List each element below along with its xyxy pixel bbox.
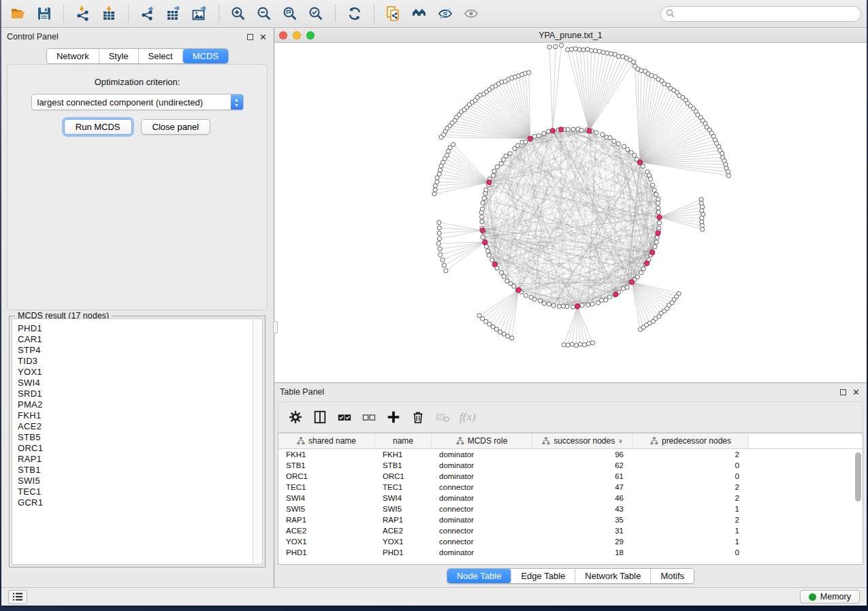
table-row[interactable]: TEC1TEC1connector472 xyxy=(278,482,863,493)
mcds-result-item[interactable]: SWI5 xyxy=(18,476,253,486)
float-table-panel-icon[interactable] xyxy=(840,389,846,395)
column-header-name[interactable]: name xyxy=(375,433,432,448)
column-header-successor-nodes[interactable]: successor nodes∨ xyxy=(532,433,633,448)
tab-style[interactable]: Style xyxy=(99,49,139,63)
table-scrollbar[interactable] xyxy=(853,450,861,563)
deselect-all-icon[interactable] xyxy=(361,410,376,425)
column-namespace-icon xyxy=(542,437,550,445)
table-row[interactable]: SWI4SWI4dominator462 xyxy=(278,493,863,503)
table-row[interactable]: YOX1YOX1connector291 xyxy=(278,536,863,547)
table-cell: 61 xyxy=(532,471,633,482)
open-session-button[interactable] xyxy=(7,3,30,24)
mcds-result-item[interactable]: SWI4 xyxy=(18,378,253,389)
export-table-button[interactable] xyxy=(162,3,185,24)
mcds-result-item[interactable]: STB5 xyxy=(18,432,253,443)
zoom-fit-button[interactable] xyxy=(278,3,302,24)
mcds-result-item[interactable]: PMA2 xyxy=(18,399,253,410)
mcds-result-item[interactable]: GCR1 xyxy=(18,497,253,508)
table-row[interactable]: STB1STB1dominator620 xyxy=(278,460,863,471)
zoom-selected-icon xyxy=(308,5,324,22)
memory-button[interactable]: Memory xyxy=(800,590,860,604)
mcds-result-item[interactable]: TID3 xyxy=(18,356,253,367)
save-session-button[interactable] xyxy=(33,3,56,24)
table-row[interactable]: ACE2ACE2connector311 xyxy=(278,525,863,536)
table-cell: 43 xyxy=(532,503,633,514)
toolbar-separator xyxy=(63,5,64,22)
table-panel-title: Table Panel xyxy=(280,387,324,397)
tab-network-table[interactable]: Network Table xyxy=(575,569,651,583)
mcds-result-item[interactable]: ORC1 xyxy=(18,443,253,454)
show-all-button[interactable] xyxy=(460,3,483,24)
column-namespace-icon xyxy=(297,437,305,445)
select-all-icon[interactable] xyxy=(337,410,352,425)
mcds-result-item[interactable]: CAR1 xyxy=(18,334,253,345)
mcds-result-item[interactable]: PHD1 xyxy=(18,323,253,334)
import-table-button[interactable] xyxy=(97,3,120,24)
mcds-result-item[interactable]: STB1 xyxy=(18,465,253,476)
table-row[interactable]: SWI5SWI5connector431 xyxy=(278,503,863,514)
table-cell: 2 xyxy=(633,514,749,525)
column-header-MCDS-role[interactable]: MCDS role xyxy=(432,433,532,448)
mcds-result-list[interactable]: PHD1CAR1STP4TID3YOX1SWI4SRD1PMA2FKH1ACE2… xyxy=(12,318,263,565)
table-settings-gear-icon[interactable] xyxy=(288,410,303,425)
sort-caret-icon: ∨ xyxy=(618,437,623,444)
close-panel-icon[interactable]: ✕ xyxy=(259,34,267,40)
export-network-button[interactable] xyxy=(136,3,159,24)
duplicate-network-button[interactable] xyxy=(382,3,405,24)
create-column-plus-icon[interactable] xyxy=(386,410,401,425)
table-cell: PHD1 xyxy=(278,547,375,558)
float-panel-icon[interactable] xyxy=(247,34,253,40)
search-input[interactable] xyxy=(660,6,861,22)
show-panels-list-button[interactable] xyxy=(8,590,27,604)
zoom-out-button[interactable] xyxy=(253,3,276,24)
table-row[interactable]: ORC1ORC1dominator610 xyxy=(278,471,863,482)
table-cell: STB1 xyxy=(278,460,375,471)
refresh-view-button[interactable] xyxy=(343,3,366,24)
table-cell: 1 xyxy=(633,536,749,547)
network-graph[interactable] xyxy=(274,43,867,382)
export-image-button[interactable] xyxy=(188,3,211,24)
mcds-result-item[interactable]: RAP1 xyxy=(18,454,253,465)
tab-motifs[interactable]: Motifs xyxy=(651,569,694,583)
table-row[interactable]: RAP1RAP1dominator352 xyxy=(278,514,863,525)
show-columns-icon[interactable] xyxy=(312,410,327,425)
table-cell: dominator xyxy=(432,449,532,460)
mcds-result-item[interactable]: YOX1 xyxy=(18,367,253,378)
table-cell: ORC1 xyxy=(375,471,432,482)
tab-select[interactable]: Select xyxy=(139,49,183,63)
column-header-filler xyxy=(749,433,863,448)
table-scrollbar-thumb[interactable] xyxy=(855,452,861,501)
mcds-result-item[interactable]: STP4 xyxy=(18,345,253,356)
optimization-criterion-select[interactable]: largest connected component (undirected)… xyxy=(31,94,244,110)
mcds-result-groupbox: MCDS result (17 nodes) PHD1CAR1STP4TID3Y… xyxy=(9,316,266,567)
node-table: shared namenameMCDS rolesuccessor nodes∨… xyxy=(278,433,863,565)
column-header-predecessor-nodes[interactable]: predecessor nodes xyxy=(633,433,749,448)
close-table-panel-icon[interactable]: ✕ xyxy=(852,389,860,395)
table-cell: 96 xyxy=(532,449,633,460)
table-panel: Table Panel ✕ xyxy=(274,383,867,587)
mcds-result-item[interactable]: TEC1 xyxy=(18,486,253,497)
delete-column-trash-icon[interactable] xyxy=(411,410,425,425)
mcds-list-scrollbar[interactable] xyxy=(253,319,262,564)
close-panel-button[interactable]: Close panel xyxy=(141,119,211,135)
run-mcds-button[interactable]: Run MCDS xyxy=(64,119,132,135)
hide-selected-button[interactable] xyxy=(434,3,457,24)
tab-node-table[interactable]: Node Table xyxy=(447,569,512,583)
tab-mcds[interactable]: MCDS xyxy=(183,49,228,63)
import-network-button[interactable] xyxy=(71,3,95,24)
zoom-in-button[interactable] xyxy=(227,3,250,24)
column-header-shared-name[interactable]: shared name xyxy=(278,433,375,448)
tab-network[interactable]: Network xyxy=(47,49,99,63)
table-cell xyxy=(749,482,863,493)
zoom-selected-button[interactable] xyxy=(304,3,327,24)
table-row[interactable]: FKH1FKH1dominator962 xyxy=(278,449,863,460)
tab-edge-table[interactable]: Edge Table xyxy=(511,569,575,583)
optimization-criterion-value: largest connected component (undirected) xyxy=(37,97,204,108)
first-neighbors-button[interactable] xyxy=(408,3,431,24)
table-row[interactable]: PHD1PHD1dominator180 xyxy=(278,547,863,558)
mcds-result-item[interactable]: ACE2 xyxy=(18,421,253,432)
zoom-out-icon xyxy=(256,5,272,22)
mcds-result-item[interactable]: FKH1 xyxy=(18,410,253,421)
mcds-result-item[interactable]: SRD1 xyxy=(18,389,253,399)
export-network-icon xyxy=(140,5,156,22)
